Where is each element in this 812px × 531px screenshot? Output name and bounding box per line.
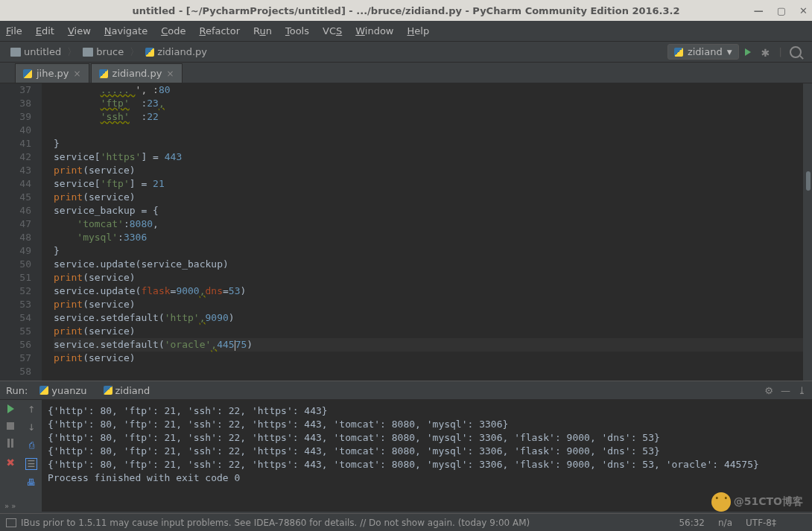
pause-button[interactable] xyxy=(7,439,13,448)
scroll-thumb[interactable] xyxy=(806,171,811,191)
smiley-icon xyxy=(711,492,731,512)
run-tool-window: ✖ ↑ ↓ ⎙ ☰ 🖶 {'http': 80, 'ftp': 21, 'ssh… xyxy=(0,400,812,512)
maximize-button[interactable]: ▢ xyxy=(777,5,786,16)
run-tool-buttons: ⚙ — ⤓ xyxy=(764,385,806,396)
scroll-end-icon[interactable]: ☰ xyxy=(25,458,38,470)
rerun-button[interactable] xyxy=(7,404,14,413)
scrollbar[interactable] xyxy=(803,83,812,381)
chevron-down-icon: ▼ xyxy=(727,48,732,56)
editor-tabs: jihe.py× zidiand.py× xyxy=(0,63,812,83)
menu-tools[interactable]: Tools xyxy=(285,25,309,36)
status-message[interactable]: IBus prior to 1.5.11 may cause input pro… xyxy=(21,518,530,528)
status-bar: IBus prior to 1.5.11 may cause input pro… xyxy=(0,513,812,531)
menu-refactor[interactable]: Refactor xyxy=(199,25,240,36)
menu-file[interactable]: File xyxy=(6,25,22,36)
breadcrumb-folder[interactable]: bruce xyxy=(78,45,128,59)
python-file-icon xyxy=(23,69,32,78)
python-file-icon xyxy=(39,386,48,395)
run-nav-rail: ↑ ↓ ⎙ ☰ 🖶 xyxy=(21,400,42,512)
close-button[interactable]: ✕ xyxy=(799,5,808,16)
debug-button[interactable] xyxy=(761,47,772,57)
run-config-selector[interactable]: zidiand▼ xyxy=(667,44,739,60)
close-tab-icon[interactable]: × xyxy=(166,69,174,79)
wrap-icon[interactable]: ⎙ xyxy=(29,440,34,451)
down-arrow-icon[interactable]: ↓ xyxy=(28,422,35,433)
menu-vcs[interactable]: VCS xyxy=(323,25,342,36)
status-icon[interactable] xyxy=(6,518,16,527)
close-run-button[interactable]: ✖ xyxy=(6,457,15,468)
title-bar: untitled - [~/PycharmProjects/untitled] … xyxy=(0,0,812,21)
folder-icon xyxy=(83,48,93,57)
gear-icon[interactable]: ⚙ xyxy=(764,385,773,396)
file-encoding[interactable]: UTF-8‡ xyxy=(746,518,776,528)
close-tab-icon[interactable]: × xyxy=(74,69,81,79)
run-label: Run: xyxy=(6,385,28,396)
menu-bar: File Edit View Navigate Code Refactor Ru… xyxy=(0,21,812,42)
menu-view[interactable]: View xyxy=(68,25,91,36)
tab-zidiand[interactable]: zidiand.py× xyxy=(91,63,183,83)
menu-run[interactable]: Run xyxy=(253,25,272,36)
python-file-icon xyxy=(674,48,683,57)
window-title: untitled - [~/PycharmProjects/untitled] … xyxy=(132,5,679,16)
run-tab-yuanzu[interactable]: yuanzu xyxy=(35,384,91,398)
print-icon[interactable]: 🖶 xyxy=(27,477,36,488)
watermark: @51CTO博客 xyxy=(711,492,803,512)
stop-button[interactable] xyxy=(7,422,14,430)
tab-jihe[interactable]: jihe.py× xyxy=(15,63,89,83)
code-area[interactable]: ..... ', :80 'ftp' :23, 'ssh' :22 } serv… xyxy=(42,83,812,381)
menu-code[interactable]: Code xyxy=(161,25,185,36)
minimize-panel-icon[interactable]: — xyxy=(781,385,790,396)
python-file-icon xyxy=(99,69,108,78)
python-file-icon xyxy=(145,48,154,57)
menu-navigate[interactable]: Navigate xyxy=(104,25,148,36)
breadcrumb-file[interactable]: zidiand.py xyxy=(141,45,212,59)
search-icon[interactable] xyxy=(790,46,802,58)
navigation-bar: untitled 〉 bruce 〉 zidiand.py zidiand▼ | xyxy=(0,42,812,63)
window-controls: — ▢ ✕ xyxy=(754,5,808,16)
breadcrumb-root[interactable]: untitled xyxy=(6,45,66,59)
menu-edit[interactable]: Edit xyxy=(36,25,54,36)
line-separator[interactable]: n/a xyxy=(718,518,732,528)
run-tool-header: Run: yuanzu zidiand ⚙ — ⤓ xyxy=(0,381,812,400)
run-button[interactable] xyxy=(745,48,751,56)
minimize-button[interactable]: — xyxy=(754,5,764,16)
menu-help[interactable]: Help xyxy=(407,25,430,36)
pin-icon[interactable]: ⤓ xyxy=(798,385,806,396)
menu-window[interactable]: Window xyxy=(355,25,393,36)
python-file-icon xyxy=(104,386,112,395)
run-left-rail: ✖ xyxy=(0,400,21,512)
expand-icon[interactable]: » » xyxy=(4,502,16,510)
run-tab-zidiand[interactable]: zidiand xyxy=(99,384,155,398)
cursor-position[interactable]: 56:32 xyxy=(679,518,705,528)
code-editor[interactable]: 37 38 39 40 41 42 43 44 45 46 47 48 49 5… xyxy=(0,83,812,381)
gutter[interactable]: 37 38 39 40 41 42 43 44 45 46 47 48 49 5… xyxy=(0,83,42,381)
up-arrow-icon[interactable]: ↑ xyxy=(28,404,35,415)
folder-icon xyxy=(10,48,21,57)
console-output[interactable]: {'http': 80, 'ftp': 21, 'ssh': 22, 'http… xyxy=(42,400,812,512)
